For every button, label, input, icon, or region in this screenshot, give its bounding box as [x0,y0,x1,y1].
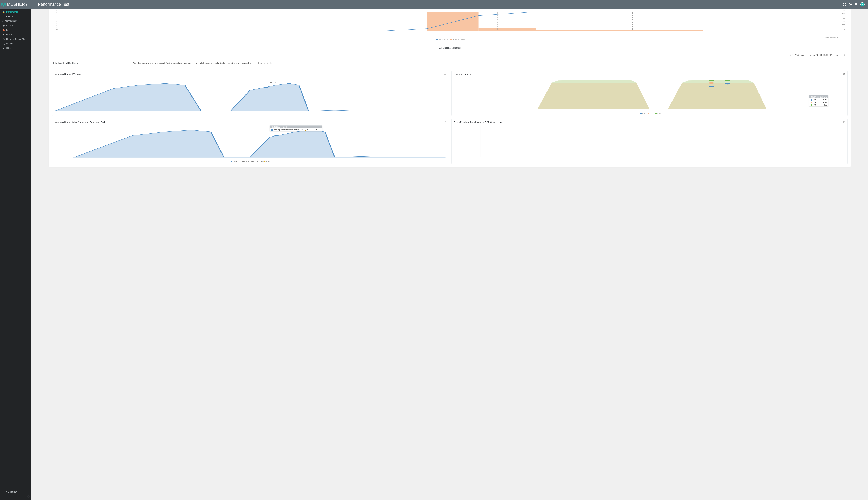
sidebar-item-linkerd[interactable]: ✱Linkerd [0,32,32,37]
gear-icon[interactable] [849,3,852,6]
speedometer-icon: ⌛ [2,11,5,13]
hover-tooltip: 02/26/2020 15:27:41 istio-ingressgateway… [270,125,322,131]
sidebar-item-consul[interactable]: ◐Consul [0,23,32,28]
svg-rect-3 [845,3,846,4]
svg-rect-2 [843,3,844,4]
external-link-icon: ↗ [2,491,5,493]
hover-time: 02/26/2020 15:27:41 [270,126,322,128]
open-external-icon[interactable] [444,73,446,75]
histogram-panel: 80706050403020100-10 7006005004003002001… [49,9,850,42]
svg-marker-1 [2,3,4,5]
istio-icon: ⛵ [2,29,5,31]
clock-icon [790,54,793,56]
label-icon: 🏷 [2,15,5,18]
dashboard-title: Istio Workload Dashboard [53,61,126,64]
histogram-x-ticks: 025050075010001250 [57,35,843,37]
card-legend: istio-ingressgateway.istio-system : 200 … [55,160,446,162]
sidebar-item-istio[interactable]: ⛵Istio [0,28,32,32]
hover-tooltip: 02/26/2020 15:27:41 P500.07 P900.09 P990… [809,95,828,106]
sidebar-item-label: Istio [6,29,10,31]
time-range-to: now [835,54,839,56]
svg-point-21 [725,80,730,81]
svg-point-22 [709,82,714,84]
histogram-svg[interactable] [56,10,844,35]
top-icon-bar [843,2,865,7]
time-range-from: Wednesday, February 26, 2020 3:19 PM [795,54,832,56]
sidebar-item-label: Octarine [6,42,14,45]
open-external-icon[interactable] [843,121,845,123]
svg-rect-9 [479,28,536,31]
histogram-y-right: 7006005004003002001000 [843,10,845,31]
top-bar: MESHERY Performance Test [0,0,868,9]
chart-request-duration[interactable] [454,76,845,111]
main-content: 80706050403020100-10 7006005004003002001… [32,9,868,500]
svg-point-17 [287,83,291,84]
card-request-duration: Request Duration [452,71,848,116]
sidebar-item-results[interactable]: 🏷 Results [0,14,32,19]
consul-icon: ◐ [2,24,5,27]
value-label: 18 ops [270,81,275,83]
svg-rect-4 [843,4,844,6]
svg-point-25 [274,135,278,136]
sidebar-item-label: Linkerd [6,33,13,36]
sidebar-item-performance[interactable]: ⌛ Performance [0,10,32,14]
svg-point-6 [850,4,851,5]
sidebar-item-octarine[interactable]: ◯Octarine [0,41,32,46]
svg-point-24 [709,86,714,87]
chevron-right-icon: ›_ [2,20,4,22]
sidebar-item-citrix[interactable]: ●Citrix [0,46,32,50]
chart-incoming-volume[interactable] [55,76,446,111]
histogram-legend: Cumulative % Histogram: Count [56,38,844,40]
bell-icon[interactable] [855,3,857,6]
logo[interactable]: MESHERY [0,2,32,7]
chart-bytes-tcp[interactable] [454,124,845,159]
open-external-icon[interactable] [444,121,446,123]
card-bytes-tcp: Bytes Received from Incoming TCP Connect… [452,119,848,164]
svg-point-18 [264,87,269,88]
citrix-icon: ● [2,47,5,49]
svg-rect-11 [607,30,703,31]
sidebar-item-label: Management [5,20,17,22]
card-title: Incoming Requests by Source And Response… [55,121,446,123]
open-external-icon[interactable] [843,73,845,75]
histogram-y-left: 80706050403020100-10 [56,10,58,31]
svg-point-23 [725,83,730,84]
time-range-refresh: 10s [843,54,846,56]
page-title: Performance Test [38,2,69,7]
sidebar-item-management[interactable]: ›_ Management [0,19,32,23]
sidebar-collapse-button[interactable] [27,495,30,498]
card-legend: P50 P90 P99 [454,112,845,114]
hover-time: 02/26/2020 15:27:41 [809,95,828,99]
svg-point-20 [709,80,714,81]
meshery-logo-icon [1,2,6,7]
svg-marker-0 [2,2,5,7]
avatar[interactable] [860,2,865,7]
chart-incoming-by-source[interactable] [55,124,446,159]
card-incoming-by-source: Incoming Requests by Source And Response… [52,119,448,164]
dashboard-template-vars: Template variables: namespace=default wo… [133,61,837,65]
sidebar: ⌛ Performance 🏷 Results ›_ Management ◐C… [0,9,32,500]
sidebar-item-label: Consul [6,24,13,27]
svg-rect-10 [536,30,607,31]
collapse-dashboard-icon[interactable] [844,61,846,65]
sidebar-item-community[interactable]: ↗Community [0,490,32,500]
histogram-x-label: Response time in ms [56,37,844,38]
svg-rect-5 [845,4,846,6]
logo-text: MESHERY [7,2,28,7]
dashboard-icon[interactable] [843,3,846,6]
card-incoming-request-volume: Incoming Request Volume 18 ops [52,71,448,116]
nsm-icon: ⬡ [2,38,5,40]
chevron-left-circle-icon [27,495,30,498]
sidebar-item-nsm[interactable]: ⬡Network Service Mesh [0,37,32,41]
svg-point-7 [27,496,30,498]
sidebar-item-label: Citrix [6,47,11,49]
sidebar-item-label: Network Service Mesh [6,38,27,40]
sidebar-item-label: Community [6,491,17,493]
sidebar-item-label: Results [6,15,13,18]
section-title: Grafana charts [49,42,850,52]
card-title: Incoming Request Volume [55,73,446,75]
octarine-icon: ◯ [2,42,5,45]
linkerd-icon: ✱ [2,33,5,36]
dashboard-header-row: Istio Workload Dashboard Template variab… [49,59,850,68]
time-range-button[interactable]: Wednesday, February 26, 2020 3:19 PM - n… [788,52,848,58]
